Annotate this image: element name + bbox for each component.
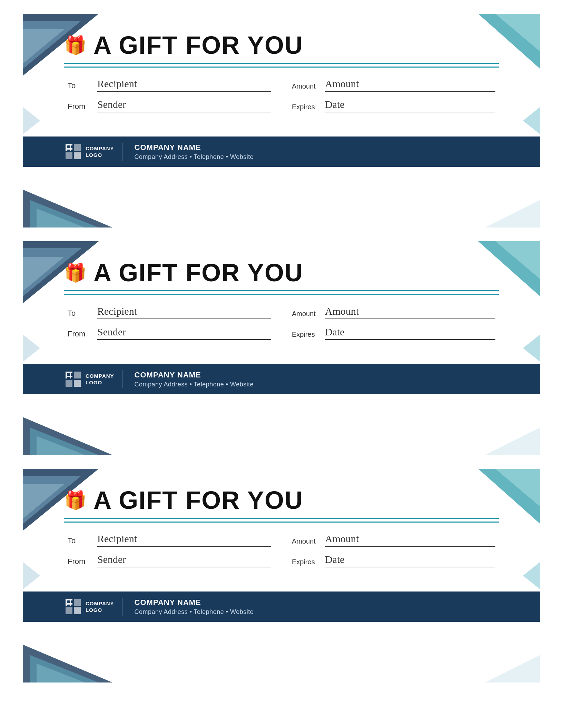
card-title: A GIFT FOR YOU — [93, 486, 303, 514]
to-field-row: To Recipient — [68, 78, 271, 92]
right-fields: Amount Amount Expires Date — [292, 533, 495, 567]
to-label: To — [68, 81, 92, 92]
amount-value: Amount — [325, 78, 495, 92]
right-fields: Amount Amount Expires Date — [292, 78, 495, 112]
sender-value: Sender — [97, 554, 271, 567]
corner-decoration-br — [485, 655, 540, 682]
gift-card-1: 🎁 A GIFT FOR YOU To Recipient From Sende… — [23, 14, 540, 228]
company-logo-text: COMPANY LOGO — [86, 373, 114, 386]
company-logo-label-line2: LOGO — [86, 152, 114, 159]
footer-bar: COMPANY LOGO COMPANY NAME Company Addres… — [23, 136, 540, 167]
right-fields: Amount Amount Expires Date — [292, 305, 495, 340]
title-line-top — [64, 518, 499, 519]
to-label: To — [68, 536, 92, 547]
left-fields: To Recipient From Sender — [68, 305, 271, 340]
title-line-top — [64, 63, 499, 64]
corner-decoration-bl — [23, 190, 112, 228]
to-field-row: To Recipient — [68, 533, 271, 547]
from-label: From — [68, 557, 92, 567]
from-label: From — [68, 102, 92, 112]
sender-value: Sender — [97, 99, 271, 112]
logo-icon — [64, 598, 82, 616]
company-details: COMPANY NAME Company Address • Telephone… — [131, 143, 254, 161]
svg-rect-17 — [71, 377, 74, 380]
date-value: Date — [325, 99, 495, 112]
amount-value: Amount — [325, 305, 495, 319]
fields-section: To Recipient From Sender Amount Amount — [64, 305, 499, 340]
svg-rect-23 — [67, 600, 70, 603]
expires-label: Expires — [292, 558, 319, 567]
recipient-value: Recipient — [97, 305, 271, 319]
title-line-bottom — [64, 67, 499, 68]
svg-rect-15 — [71, 373, 74, 376]
company-name: COMPANY NAME — [135, 598, 254, 607]
amount-label: Amount — [292, 82, 319, 92]
date-value: Date — [325, 326, 495, 340]
amount-field-row: Amount Amount — [292, 78, 495, 92]
svg-rect-24 — [71, 600, 74, 603]
svg-rect-12 — [66, 380, 72, 387]
amount-field-row: Amount Amount — [292, 305, 495, 319]
company-details: COMPANY NAME Company Address • Telephone… — [131, 371, 254, 388]
title-line-bottom — [64, 294, 499, 295]
left-fields: To Recipient From Sender — [68, 78, 271, 112]
fields-section: To Recipient From Sender Amount Amount — [64, 78, 499, 112]
gift-icon: 🎁 — [64, 264, 87, 282]
svg-rect-20 — [74, 599, 81, 606]
amount-value: Amount — [325, 533, 495, 547]
logo-icon — [64, 143, 82, 161]
from-field-row: From Sender — [68, 99, 271, 112]
svg-rect-11 — [74, 372, 81, 378]
expires-field-row: Expires Date — [292, 99, 495, 112]
svg-rect-3 — [66, 152, 72, 159]
expires-field-row: Expires Date — [292, 554, 495, 567]
svg-rect-8 — [71, 150, 74, 152]
amount-label: Amount — [292, 537, 319, 547]
left-fields: To Recipient From Sender — [68, 533, 271, 567]
footer-bar: COMPANY LOGO COMPANY NAME Company Addres… — [23, 592, 540, 622]
company-logo: COMPANY LOGO — [64, 370, 123, 388]
gift-icon: 🎁 — [64, 36, 87, 54]
recipient-value: Recipient — [97, 533, 271, 547]
company-logo: COMPANY LOGO — [64, 143, 123, 161]
svg-rect-13 — [74, 380, 81, 387]
company-logo-text: COMPANY LOGO — [86, 600, 114, 614]
company-info: Company Address • Telephone • Website — [135, 608, 254, 616]
svg-rect-7 — [67, 150, 70, 152]
to-label: To — [68, 309, 92, 319]
svg-rect-14 — [67, 373, 70, 376]
svg-rect-22 — [74, 607, 81, 614]
company-logo-label-line1: COMPANY — [86, 373, 114, 380]
company-logo-label-line2: LOGO — [86, 607, 114, 614]
title-line-top — [64, 290, 499, 291]
expires-field-row: Expires Date — [292, 326, 495, 340]
card-title: A GIFT FOR YOU — [93, 259, 303, 287]
company-logo-label-line1: COMPANY — [86, 600, 114, 607]
to-field-row: To Recipient — [68, 305, 271, 319]
svg-rect-2 — [74, 144, 81, 151]
corner-decoration-bl — [23, 417, 112, 455]
expires-label: Expires — [292, 331, 319, 340]
company-name: COMPANY NAME — [135, 371, 254, 380]
footer-bar: COMPANY LOGO COMPANY NAME Company Addres… — [23, 364, 540, 394]
svg-rect-6 — [71, 145, 74, 148]
company-logo-text: COMPANY LOGO — [86, 145, 114, 159]
company-name: COMPANY NAME — [135, 143, 254, 152]
date-value: Date — [325, 554, 495, 567]
expires-label: Expires — [292, 103, 319, 112]
gift-icon: 🎁 — [64, 491, 87, 509]
svg-rect-25 — [67, 605, 70, 607]
svg-rect-26 — [71, 605, 74, 607]
logo-icon — [64, 370, 82, 388]
from-field-row: From Sender — [68, 554, 271, 567]
fields-section: To Recipient From Sender Amount Amount — [64, 533, 499, 567]
from-field-row: From Sender — [68, 326, 271, 340]
recipient-value: Recipient — [97, 78, 271, 92]
company-info: Company Address • Telephone • Website — [135, 381, 254, 388]
company-logo-label-line1: COMPANY — [86, 145, 114, 152]
amount-label: Amount — [292, 310, 319, 319]
gift-card-3: 🎁 A GIFT FOR YOU To Recipient From Sende… — [23, 469, 540, 682]
svg-rect-4 — [74, 152, 81, 159]
company-details: COMPANY NAME Company Address • Telephone… — [131, 598, 254, 616]
company-logo: COMPANY LOGO — [64, 598, 123, 616]
